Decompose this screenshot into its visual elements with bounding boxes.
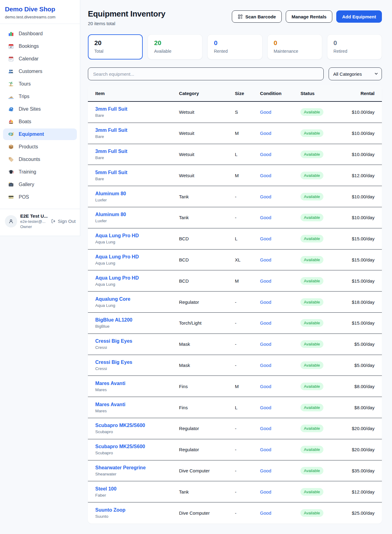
add-equipment-button[interactable]: Add Equipment — [336, 10, 382, 23]
item-name-link[interactable]: Aqua Lung Pro HD — [95, 233, 179, 238]
size-cell: L — [235, 405, 260, 410]
condition-link[interactable]: Good — [260, 109, 300, 115]
status-cell: Available — [300, 446, 341, 453]
rental-cell: $20.00/day — [341, 426, 375, 431]
item-name-link[interactable]: Aqua Lung Pro HD — [95, 275, 179, 281]
sidebar-item-label: Tours — [19, 81, 31, 87]
item-name-link[interactable]: Aluminum 80 — [95, 212, 179, 217]
stat-label: Total — [94, 49, 136, 54]
item-cell: Mares Avanti Mares — [95, 402, 179, 413]
size-cell: - — [235, 510, 260, 516]
condition-link[interactable]: Good — [260, 447, 300, 452]
condition-link[interactable]: Good — [260, 341, 300, 347]
rental-cell: $35.00/day — [341, 468, 375, 473]
condition-link[interactable]: Good — [260, 320, 300, 326]
category-cell: Mask — [179, 341, 235, 347]
status-badge: Available — [300, 129, 323, 137]
brand-title[interactable]: Demo Dive Shop — [5, 6, 75, 13]
size-cell: - — [235, 299, 260, 305]
sidebar-item-dive-sites[interactable]: Dive Sites — [3, 103, 77, 115]
condition-link[interactable]: Good — [260, 468, 300, 473]
table-row: Scubapro MK25/S600 Scubapro Regulator - … — [88, 439, 382, 460]
sidebar-item-tours[interactable]: Tours — [3, 78, 77, 90]
size-cell: - — [235, 468, 260, 473]
sign-out-icon — [51, 219, 56, 224]
item-name-link[interactable]: Scubapro MK25/S600 — [95, 444, 179, 449]
sidebar-item-bookings[interactable]: Bookings — [3, 40, 77, 52]
condition-link[interactable]: Good — [260, 257, 300, 262]
item-name-link[interactable]: 3mm Full Suit — [95, 106, 179, 112]
sidebar-item-boats[interactable]: Boats — [3, 116, 77, 128]
category-cell: Wetsuit — [179, 131, 235, 136]
condition-link[interactable]: Good — [260, 152, 300, 157]
item-name-link[interactable]: 3mm Full Suit — [95, 149, 179, 154]
condition-link[interactable]: Good — [260, 363, 300, 368]
item-name-link[interactable]: 5mm Full Suit — [95, 170, 179, 175]
sidebar-item-trips[interactable]: Trips — [3, 91, 77, 102]
item-name-link[interactable]: Aqua Lung Pro HD — [95, 254, 179, 260]
stat-card-retired[interactable]: 0 Retired — [327, 34, 382, 59]
table-row: Aqua Lung Pro HD Aqua Lung BCD M Good Av… — [88, 270, 382, 292]
sidebar-item-label: Bookings — [19, 44, 39, 49]
condition-link[interactable]: Good — [260, 299, 300, 305]
item-name-link[interactable]: Shearwater Peregrine — [95, 465, 179, 471]
add-equipment-label: Add Equipment — [342, 14, 376, 19]
condition-link[interactable]: Good — [260, 215, 300, 220]
stat-card-available[interactable]: 20 Available — [148, 34, 202, 59]
condition-link[interactable]: Good — [260, 426, 300, 431]
scan-barcode-button[interactable]: Scan Barcode — [232, 10, 282, 23]
condition-link[interactable]: Good — [260, 278, 300, 284]
sidebar-item-discounts[interactable]: Discounts — [3, 154, 77, 165]
condition-link[interactable]: Good — [260, 384, 300, 389]
condition-link[interactable]: Good — [260, 405, 300, 410]
table-row: Suunto Zoop Suunto Dive Computer - Good … — [88, 502, 382, 524]
item-name-link[interactable]: Cressi Big Eyes — [95, 360, 179, 365]
condition-link[interactable]: Good — [260, 510, 300, 516]
sidebar-item-products[interactable]: Products — [3, 141, 77, 153]
table-row: Aqua Lung Pro HD Aqua Lung BCD XL Good A… — [88, 250, 382, 271]
category-cell: Tank — [179, 489, 235, 494]
category-select-wrap: All Categories — [329, 67, 382, 80]
status-cell: Available — [300, 214, 341, 221]
item-name-link[interactable]: Mares Avanti — [95, 402, 179, 407]
condition-link[interactable]: Good — [260, 173, 300, 178]
sidebar-item-training[interactable]: Training — [3, 166, 77, 178]
sidebar-item-equipment[interactable]: Equipment — [3, 128, 77, 140]
sidebar-item-dashboard[interactable]: Dashboard — [3, 28, 77, 40]
condition-link[interactable]: Good — [260, 489, 300, 494]
sign-out-button[interactable]: Sign Out — [51, 219, 76, 224]
main-content: Equipment Inventory 20 items total Scan … — [80, 0, 392, 524]
brand-domain: demo.test.divestreams.com — [5, 15, 75, 19]
size-cell: - — [235, 341, 260, 347]
item-name-link[interactable]: 3mm Full Suit — [95, 128, 179, 133]
sidebar-item-label: Discounts — [19, 157, 40, 162]
item-name-link[interactable]: Aqualung Core — [95, 296, 179, 302]
status-badge: Available — [300, 235, 323, 242]
item-name-link[interactable]: Mares Avanti — [95, 381, 179, 386]
column-header-item: Item — [95, 91, 179, 96]
category-cell: Fins — [179, 405, 235, 410]
item-name-link[interactable]: BigBlue AL1200 — [95, 317, 179, 323]
stat-card-maintenance[interactable]: 0 Maintenance — [267, 34, 322, 59]
stat-card-rented[interactable]: 0 Rented — [207, 34, 262, 59]
manage-rentals-button[interactable]: Manage Rentals — [286, 10, 332, 23]
condition-link[interactable]: Good — [260, 131, 300, 136]
sidebar-item-pos[interactable]: POS — [3, 191, 77, 203]
sidebar-item-gallery[interactable]: Gallery — [3, 179, 77, 190]
condition-link[interactable]: Good — [260, 194, 300, 199]
page-title-block: Equipment Inventory 20 items total — [88, 9, 165, 26]
status-badge: Available — [300, 425, 323, 432]
item-name-link[interactable]: Cressi Big Eyes — [95, 338, 179, 344]
category-select[interactable]: All Categories — [329, 67, 382, 80]
item-name-link[interactable]: Steel 100 — [95, 486, 179, 492]
item-name-link[interactable]: Aluminum 80 — [95, 191, 179, 196]
stat-card-total[interactable]: 20 Total — [88, 34, 143, 59]
sidebar-item-customers[interactable]: Customers — [3, 66, 77, 77]
table-row: Cressi Big Eyes Cressi Mask - Good Avail… — [88, 334, 382, 355]
item-name-link[interactable]: Scubapro MK25/S600 — [95, 423, 179, 428]
sidebar-item-calendar[interactable]: Calendar — [3, 53, 77, 65]
condition-link[interactable]: Good — [260, 236, 300, 241]
item-name-link[interactable]: Suunto Zoop — [95, 507, 179, 513]
sidebar-item-label: Calendar — [19, 56, 39, 62]
search-input[interactable] — [88, 67, 324, 80]
